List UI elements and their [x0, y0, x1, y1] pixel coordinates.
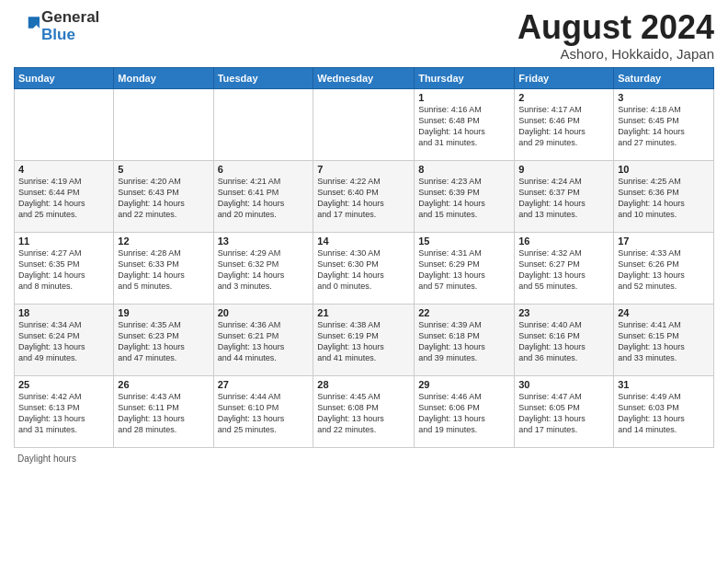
calendar-cell: 23Sunrise: 4:40 AM Sunset: 6:16 PM Dayli…	[515, 304, 614, 375]
calendar-cell: 18Sunrise: 4:34 AM Sunset: 6:24 PM Dayli…	[15, 304, 114, 375]
day-number: 26	[118, 379, 209, 390]
calendar-header-row: SundayMondayTuesdayWednesdayThursdayFrid…	[15, 67, 714, 88]
calendar-cell: 6Sunrise: 4:21 AM Sunset: 6:41 PM Daylig…	[213, 160, 313, 232]
header: General Blue August 2024 Ashoro, Hokkaid…	[14, 9, 714, 62]
day-info: Sunrise: 4:25 AM Sunset: 6:36 PM Dayligh…	[618, 176, 710, 221]
logo: General Blue	[14, 9, 99, 43]
day-number: 22	[418, 307, 510, 318]
calendar-cell	[313, 88, 415, 160]
day-info: Sunrise: 4:47 AM Sunset: 6:05 PM Dayligh…	[518, 391, 609, 436]
day-info: Sunrise: 4:49 AM Sunset: 6:03 PM Dayligh…	[618, 391, 710, 436]
day-info: Sunrise: 4:19 AM Sunset: 6:44 PM Dayligh…	[18, 176, 109, 221]
day-number: 24	[618, 307, 710, 318]
day-info: Sunrise: 4:22 AM Sunset: 6:40 PM Dayligh…	[317, 176, 410, 221]
day-number: 16	[518, 236, 609, 247]
day-number: 2	[518, 92, 609, 103]
day-info: Sunrise: 4:16 AM Sunset: 6:48 PM Dayligh…	[418, 104, 510, 149]
main-title: August 2024	[518, 9, 714, 46]
day-info: Sunrise: 4:27 AM Sunset: 6:35 PM Dayligh…	[18, 247, 109, 293]
day-info: Sunrise: 4:43 AM Sunset: 6:11 PM Dayligh…	[118, 391, 209, 436]
calendar-cell: 22Sunrise: 4:39 AM Sunset: 6:18 PM Dayli…	[415, 304, 515, 375]
calendar-cell: 25Sunrise: 4:42 AM Sunset: 6:13 PM Dayli…	[15, 375, 114, 447]
day-info: Sunrise: 4:44 AM Sunset: 6:10 PM Dayligh…	[218, 391, 310, 436]
day-number: 14	[317, 236, 410, 247]
day-info: Sunrise: 4:40 AM Sunset: 6:16 PM Dayligh…	[518, 319, 609, 364]
calendar-cell: 7Sunrise: 4:22 AM Sunset: 6:40 PM Daylig…	[313, 160, 415, 232]
day-number: 15	[418, 236, 510, 247]
calendar-cell: 4Sunrise: 4:19 AM Sunset: 6:44 PM Daylig…	[15, 160, 114, 232]
day-number: 9	[518, 164, 609, 175]
calendar-cell	[213, 88, 313, 160]
day-number: 1	[418, 92, 510, 103]
week-row-4: 18Sunrise: 4:34 AM Sunset: 6:24 PM Dayli…	[15, 304, 714, 375]
calendar-cell: 14Sunrise: 4:30 AM Sunset: 6:30 PM Dayli…	[313, 232, 415, 304]
footer-label: Daylight hours	[17, 454, 76, 464]
day-info: Sunrise: 4:32 AM Sunset: 6:27 PM Dayligh…	[518, 247, 609, 293]
day-info: Sunrise: 4:29 AM Sunset: 6:32 PM Dayligh…	[218, 247, 310, 293]
day-number: 4	[18, 164, 109, 175]
calendar-cell: 8Sunrise: 4:23 AM Sunset: 6:39 PM Daylig…	[415, 160, 515, 232]
day-number: 5	[118, 164, 209, 175]
day-info: Sunrise: 4:41 AM Sunset: 6:15 PM Dayligh…	[618, 319, 710, 364]
calendar-cell: 28Sunrise: 4:45 AM Sunset: 6:08 PM Dayli…	[313, 375, 415, 447]
calendar-cell: 3Sunrise: 4:18 AM Sunset: 6:45 PM Daylig…	[614, 88, 714, 160]
calendar-cell: 31Sunrise: 4:49 AM Sunset: 6:03 PM Dayli…	[614, 375, 714, 447]
calendar-cell: 1Sunrise: 4:16 AM Sunset: 6:48 PM Daylig…	[415, 88, 515, 160]
calendar-cell: 27Sunrise: 4:44 AM Sunset: 6:10 PM Dayli…	[213, 375, 313, 447]
day-info: Sunrise: 4:33 AM Sunset: 6:26 PM Dayligh…	[618, 247, 710, 293]
col-header-friday: Friday	[515, 67, 614, 88]
calendar-cell: 29Sunrise: 4:46 AM Sunset: 6:06 PM Dayli…	[415, 375, 515, 447]
logo-icon	[14, 14, 40, 40]
calendar-cell: 13Sunrise: 4:29 AM Sunset: 6:32 PM Dayli…	[213, 232, 313, 304]
week-row-1: 1Sunrise: 4:16 AM Sunset: 6:48 PM Daylig…	[15, 88, 714, 160]
day-info: Sunrise: 4:30 AM Sunset: 6:30 PM Dayligh…	[317, 247, 410, 293]
day-info: Sunrise: 4:42 AM Sunset: 6:13 PM Dayligh…	[18, 391, 109, 436]
calendar-cell: 17Sunrise: 4:33 AM Sunset: 6:26 PM Dayli…	[614, 232, 714, 304]
day-info: Sunrise: 4:18 AM Sunset: 6:45 PM Dayligh…	[618, 104, 710, 149]
calendar-cell: 26Sunrise: 4:43 AM Sunset: 6:11 PM Dayli…	[114, 375, 213, 447]
calendar-cell: 19Sunrise: 4:35 AM Sunset: 6:23 PM Dayli…	[114, 304, 213, 375]
calendar-table: SundayMondayTuesdayWednesdayThursdayFrid…	[14, 67, 714, 448]
calendar-cell: 15Sunrise: 4:31 AM Sunset: 6:29 PM Dayli…	[415, 232, 515, 304]
day-number: 28	[317, 379, 410, 390]
calendar-cell: 10Sunrise: 4:25 AM Sunset: 6:36 PM Dayli…	[614, 160, 714, 232]
day-number: 8	[418, 164, 510, 175]
calendar-cell: 20Sunrise: 4:36 AM Sunset: 6:21 PM Dayli…	[213, 304, 313, 375]
day-info: Sunrise: 4:28 AM Sunset: 6:33 PM Dayligh…	[118, 247, 209, 293]
calendar-cell	[114, 88, 213, 160]
col-header-saturday: Saturday	[614, 67, 714, 88]
day-number: 29	[418, 379, 510, 390]
day-number: 23	[518, 307, 609, 318]
page: General Blue August 2024 Ashoro, Hokkaid…	[0, 0, 728, 473]
week-row-2: 4Sunrise: 4:19 AM Sunset: 6:44 PM Daylig…	[15, 160, 714, 232]
day-number: 11	[18, 236, 109, 247]
day-info: Sunrise: 4:23 AM Sunset: 6:39 PM Dayligh…	[418, 176, 510, 221]
day-info: Sunrise: 4:45 AM Sunset: 6:08 PM Dayligh…	[317, 391, 410, 436]
calendar-cell: 11Sunrise: 4:27 AM Sunset: 6:35 PM Dayli…	[15, 232, 114, 304]
day-number: 31	[618, 379, 710, 390]
day-info: Sunrise: 4:46 AM Sunset: 6:06 PM Dayligh…	[418, 391, 510, 436]
calendar-cell	[15, 88, 114, 160]
title-block: August 2024 Ashoro, Hokkaido, Japan	[518, 9, 714, 62]
day-number: 27	[218, 379, 310, 390]
col-header-monday: Monday	[114, 67, 213, 88]
day-info: Sunrise: 4:39 AM Sunset: 6:18 PM Dayligh…	[418, 319, 510, 364]
day-number: 19	[118, 307, 209, 318]
calendar-cell: 2Sunrise: 4:17 AM Sunset: 6:46 PM Daylig…	[515, 88, 614, 160]
day-number: 7	[317, 164, 410, 175]
calendar-cell: 5Sunrise: 4:20 AM Sunset: 6:43 PM Daylig…	[114, 160, 213, 232]
day-info: Sunrise: 4:35 AM Sunset: 6:23 PM Dayligh…	[118, 319, 209, 364]
day-number: 25	[18, 379, 109, 390]
day-info: Sunrise: 4:31 AM Sunset: 6:29 PM Dayligh…	[418, 247, 510, 293]
week-row-5: 25Sunrise: 4:42 AM Sunset: 6:13 PM Dayli…	[15, 375, 714, 447]
logo-line1: General	[41, 9, 99, 27]
day-number: 30	[518, 379, 609, 390]
subtitle: Ashoro, Hokkaido, Japan	[518, 46, 714, 62]
day-number: 20	[218, 307, 310, 318]
calendar-cell: 30Sunrise: 4:47 AM Sunset: 6:05 PM Dayli…	[515, 375, 614, 447]
logo-line2: Blue	[41, 27, 99, 44]
day-info: Sunrise: 4:17 AM Sunset: 6:46 PM Dayligh…	[518, 104, 609, 149]
col-header-thursday: Thursday	[415, 67, 515, 88]
col-header-sunday: Sunday	[15, 67, 114, 88]
day-number: 3	[618, 92, 710, 103]
